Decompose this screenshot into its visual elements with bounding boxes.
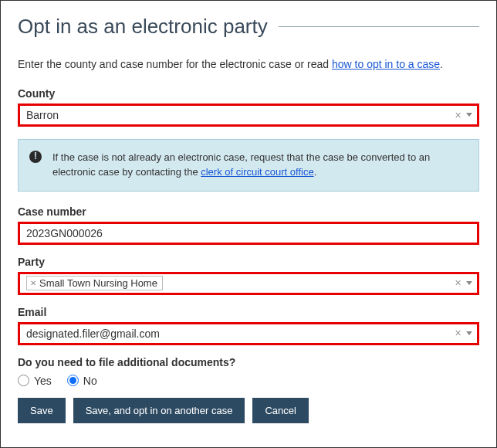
radio-yes-input[interactable] [18,375,29,386]
clear-icon[interactable]: ✕ [455,278,462,288]
intro-suffix: . [440,58,443,70]
party-chip-label: Small Town Nursing Home [39,277,157,289]
info-text-2: . [314,166,317,178]
intro-text: Enter the county and case number for the… [18,58,479,70]
additional-docs-question: Do you need to file additional documents… [18,356,479,368]
save-opt-in-button[interactable]: Save, and opt in on another case [73,398,245,423]
cancel-button[interactable]: Cancel [252,398,308,423]
radio-yes-label: Yes [34,375,52,387]
radio-group: Yes No [18,375,479,387]
howto-link[interactable]: how to opt in to a case [332,58,440,70]
clear-icon[interactable]: ✕ [455,110,462,120]
county-value: Barron [26,109,455,121]
clerk-link[interactable]: clerk of circuit court office [201,166,313,178]
county-label: County [18,87,479,100]
chevron-down-icon[interactable] [466,113,472,117]
chevron-down-icon[interactable] [466,281,472,286]
county-select[interactable]: Barron ✕ [18,104,479,127]
page-title: Opt in as an electronic party [18,15,268,39]
intro-prefix: Enter the county and case number for the… [18,58,332,70]
chip-remove-icon[interactable]: ✕ [30,279,36,287]
case-number-input[interactable]: 2023GN000026 [18,222,479,245]
party-chip[interactable]: ✕ Small Town Nursing Home [26,276,163,290]
case-number-value: 2023GN000026 [26,227,472,239]
clear-icon[interactable]: ✕ [455,328,462,338]
chevron-down-icon[interactable] [466,331,472,336]
case-number-label: Case number [18,205,479,218]
email-label: Email [18,306,479,318]
email-value: designated.filer@gmail.com [26,328,455,340]
party-label: Party [18,256,479,268]
radio-no-label: No [83,375,97,387]
save-button[interactable]: Save [18,398,66,423]
email-select[interactable]: designated.filer@gmail.com ✕ [18,322,479,345]
radio-no[interactable]: No [67,375,97,387]
party-select[interactable]: ✕ Small Town Nursing Home ✕ [18,272,479,295]
radio-yes[interactable]: Yes [18,375,52,387]
info-alert: ! If the case is not already an electron… [18,139,479,192]
info-icon: ! [29,151,42,163]
header-divider [279,26,479,27]
radio-no-input[interactable] [67,375,79,386]
